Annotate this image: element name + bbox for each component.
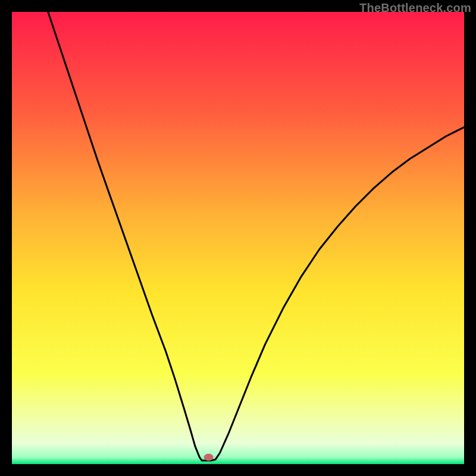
chart-plot (12, 12, 464, 464)
plot-background (12, 12, 464, 464)
optimal-point-marker (204, 454, 214, 461)
chart-frame: TheBottleneck.com (0, 0, 476, 476)
